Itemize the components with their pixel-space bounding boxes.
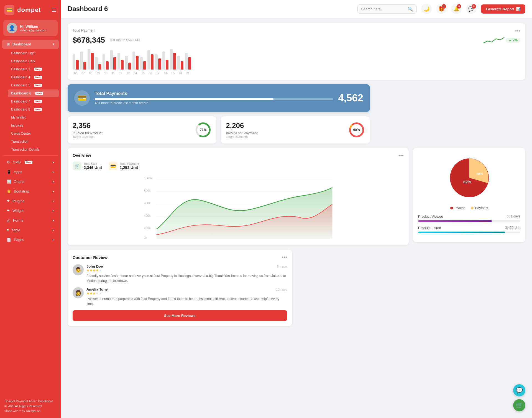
invoice-label: Invoice for Product [73,131,103,135]
sidebar-item-forms[interactable]: 🖨 Forms ▸ [2,216,59,225]
sidebar-item-plugins[interactable]: ❤ Plugins ▸ [2,196,59,206]
sidebar-item-apps[interactable]: 📱 Apps ▸ [2,167,59,176]
plugins-label: Plugins [12,199,24,203]
table-icon: ≡ [7,228,9,232]
chevron-right-icon: ▸ [53,238,54,242]
chevron-right-icon: ▸ [53,228,54,232]
progress-fill [418,232,505,233]
apps-label: Apps [14,170,22,174]
invoice-grid: 2,356 Invoice for Product Target 3k/mont… [68,116,370,143]
support-fab[interactable]: 💬 [513,384,525,396]
stat-label: Product Listed [418,226,441,230]
generate-report-button[interactable]: Generate Report 📊 [481,4,525,14]
bar-chart-icon: 📊 [516,7,520,11]
total-payments-widget: 💳 Total Payments 431 more to break last … [68,84,370,112]
legend-total-sale: 🛒 Total Sale 2,346 Unit [73,161,102,170]
sidebar-item-dashboard-8[interactable]: Dashboard 8 New [8,106,59,113]
chat-btn[interactable]: 💬 5 [466,4,477,14]
sidebar-item-widget[interactable]: ❤ Widget ▸ [2,206,59,215]
bar-red [113,57,116,70]
notification-btn[interactable]: 🔔 12 [451,4,462,14]
bar-group [170,49,176,70]
sidebar-item-table[interactable]: ≡ Table ▸ [2,225,59,235]
reviewer-avatar: 👨 [73,264,84,275]
progress-fill [418,220,492,222]
logo-icon: 💳 [4,5,14,15]
svg-text:1000k: 1000k [144,176,152,180]
theme-toggle-btn[interactable]: 🌙 [421,4,432,14]
sidebar-item-charts[interactable]: 📊 Charts ▸ [2,177,59,186]
new-badge: New [34,84,42,87]
sidebar-item-transaction-details[interactable]: Transaction Details [8,146,59,153]
sidebar-item-dashboard-5[interactable]: Dashboard 5 New [8,81,59,89]
see-more-reviews-button[interactable]: See More Reviews [73,310,287,321]
widget-progress-bg [95,98,333,100]
sidebar-item-dashboard-3[interactable]: Dashboard 3 New [8,65,59,73]
svg-text:400k: 400k [144,214,151,217]
bar-red [188,57,191,70]
legend-val: 1,252 Unit [120,165,139,170]
sidebar-item-dashboard-4[interactable]: Dashboard 4 New [8,73,59,81]
sidebar-item-bootstrap[interactable]: ⭐ Bootstrap ▸ [2,187,59,196]
charts-label: Charts [14,179,24,184]
sidebar-item-dashboard-7[interactable]: Dashboard 7 New [8,98,59,105]
heart-icon: ♥ [19,409,21,412]
row-1: Total Payment ••• $678,345 last month $5… [68,23,525,112]
sidebar-item-cms[interactable]: ⚙ CMS New ▸ [2,158,59,167]
search-icon[interactable]: 🔍 [408,6,413,12]
review-text: Friendly service Josh, Lunar and everyon… [86,273,287,283]
widget-sub: 431 more to break last month record [95,101,333,105]
cms-icon: ⚙ [7,160,10,164]
bar-grey [177,56,180,70]
wallet-icon: 💳 [74,90,90,106]
chevron-right-icon: ▸ [53,160,54,164]
bar-x-label: 20 [177,72,183,75]
total-amount: $678,345 [73,36,105,45]
hamburger-icon[interactable]: ☰ [52,7,57,13]
sidebar-user[interactable]: 👤 Hi, William william@gmail.com [3,20,58,36]
bar-grey [185,53,188,70]
search-input[interactable] [361,7,405,11]
bar-group [80,52,86,70]
sidebar-item-dashboard-6[interactable]: Dashboard 6 New [8,89,59,97]
review-content: John Doe 5m ago ★★★★★ Friendly service J… [86,264,287,283]
product-viewed-stat: Product Viewed 561/days [418,214,520,222]
bar-grey [73,54,75,70]
sidebar-item-dashboard-dark[interactable]: Dashboard Dark [8,57,59,65]
bar-group [140,57,146,70]
star-rating: ★★★★★ [86,268,287,272]
new-badge: New [34,108,42,111]
invoice-num: 2,356 [73,121,103,130]
sidebar-item-cards-center[interactable]: Cards Center [8,130,59,137]
charts-icon: 📊 [7,179,11,184]
more-options-icon[interactable]: ••• [282,255,287,260]
reviewer-avatar: 👩 [73,287,84,298]
invoice-label: Invoice [455,206,465,210]
trend-line-svg [484,36,506,44]
bar-red [151,54,154,70]
product-stats: Product Viewed 561/days Product Listed 3… [418,214,520,237]
bar-x-label: 12 [117,72,124,75]
dashboard-icon: ⊞ [7,42,10,46]
invoice-sub: Target 3k/month [73,135,103,139]
legend-label: Total Sale [84,162,102,165]
invoice-dot [450,207,453,209]
gift-btn[interactable]: 🎁 2 [436,4,447,14]
sidebar-item-invoices[interactable]: Invoices [8,122,59,129]
cart-fab[interactable]: 🛒 [513,399,525,411]
sidebar-item-dashboard-light[interactable]: Dashboard Light [8,49,59,57]
sidebar-item-transaction[interactable]: Transaction [8,138,59,145]
bar-grey [110,50,113,70]
item-label: Dashboard Light [11,51,35,55]
bar-red [181,61,183,70]
more-options-icon[interactable]: ••• [398,153,404,159]
widget-value: 4,562 [338,92,363,104]
sidebar-item-dashboard[interactable]: ⊞ Dashboard ▾ [2,40,59,49]
stat-label: Product Viewed [418,214,443,219]
bar-grey [170,49,173,70]
sidebar-item-my-wallet[interactable]: My Wallet [8,114,59,121]
sidebar-item-pages[interactable]: 📄 Pages ▸ [2,235,59,244]
fab-container: 💬 🛒 [513,384,525,411]
more-options-icon[interactable]: ••• [515,28,520,34]
product-listed-stat: Product Listed 3,456 Unit [418,226,520,233]
